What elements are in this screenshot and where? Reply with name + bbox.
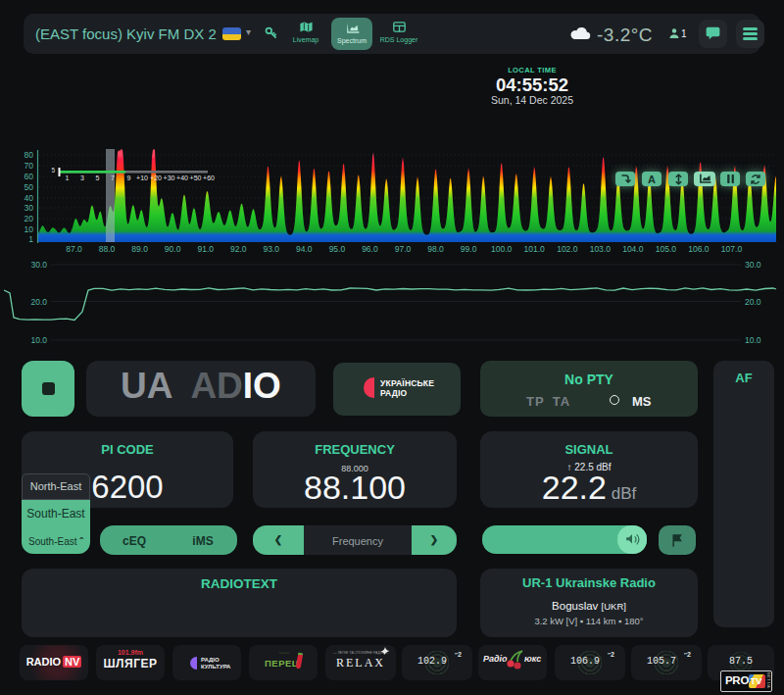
svg-text:93.0: 93.0 — [264, 244, 280, 254]
svg-text:30.0: 30.0 — [745, 260, 761, 270]
svg-text:30.0: 30.0 — [30, 260, 47, 270]
svg-text:107.0: 107.0 — [721, 244, 743, 254]
svg-text:91.0: 91.0 — [197, 244, 214, 254]
svg-text:50: 50 — [24, 182, 34, 192]
svg-text:90.0: 90.0 — [165, 244, 181, 254]
svg-text:10.0: 10.0 — [30, 335, 47, 345]
svg-text:106.0: 106.0 — [688, 244, 710, 254]
svg-text:103.0: 103.0 — [590, 244, 612, 254]
svg-text:30: 30 — [24, 203, 34, 213]
svg-text:100.0: 100.0 — [491, 244, 513, 254]
svg-text:20.0: 20.0 — [30, 297, 47, 307]
svg-text:7: 7 — [111, 174, 115, 181]
svg-text:95.0: 95.0 — [329, 244, 346, 254]
svg-text:+10: +10 — [136, 174, 148, 181]
svg-text:96.0: 96.0 — [362, 244, 378, 254]
svg-text:60: 60 — [24, 172, 34, 181]
svg-text:89.0: 89.0 — [131, 244, 148, 254]
svg-text:101.0: 101.0 — [524, 244, 546, 254]
svg-text:92.0: 92.0 — [230, 244, 247, 254]
svg-text:+60: +60 — [203, 174, 215, 181]
svg-text:+30: +30 — [164, 174, 175, 181]
svg-text:5: 5 — [96, 174, 100, 181]
svg-text:70: 70 — [24, 161, 34, 171]
svg-text:10.0: 10.0 — [745, 335, 761, 345]
svg-text:98.0: 98.0 — [427, 244, 444, 254]
svg-text:+20: +20 — [150, 174, 162, 181]
svg-text:105.0: 105.0 — [656, 244, 677, 254]
svg-text:1: 1 — [66, 174, 70, 181]
svg-text:3: 3 — [80, 174, 84, 181]
svg-text:1: 1 — [28, 234, 33, 244]
svg-text:10: 10 — [24, 224, 34, 234]
svg-text:9: 9 — [127, 174, 131, 181]
svg-text:+50: +50 — [190, 174, 202, 181]
svg-text:20: 20 — [24, 214, 34, 223]
svg-text:87.0: 87.0 — [66, 244, 82, 254]
svg-text:102.0: 102.0 — [557, 244, 578, 254]
svg-text:20.0: 20.0 — [745, 297, 761, 307]
svg-text:94.0: 94.0 — [296, 244, 313, 254]
svg-text:40: 40 — [24, 193, 34, 203]
svg-text:104.0: 104.0 — [622, 244, 644, 254]
svg-text:99.0: 99.0 — [461, 244, 477, 254]
svg-text:97.0: 97.0 — [395, 244, 412, 254]
svg-text:5: 5 — [51, 167, 55, 174]
svg-text:+40: +40 — [176, 174, 188, 181]
svg-text:88.0: 88.0 — [99, 244, 116, 254]
svg-text:80: 80 — [24, 150, 34, 160]
